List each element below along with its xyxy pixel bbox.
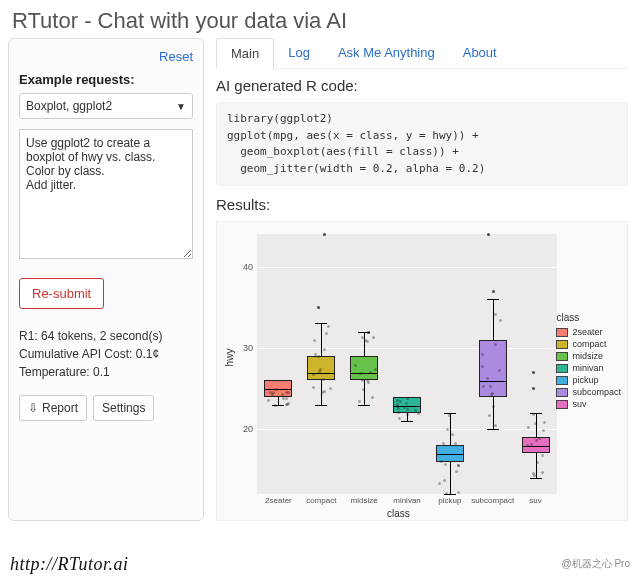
chevron-down-icon: ▼ bbox=[176, 101, 186, 112]
plot-area bbox=[257, 234, 557, 494]
settings-button[interactable]: Settings bbox=[93, 395, 154, 421]
legend-swatch bbox=[556, 376, 568, 385]
tab-bar: Main Log Ask Me Anything About bbox=[216, 38, 628, 69]
legend-label: minivan bbox=[572, 363, 603, 373]
download-icon: ⇩ bbox=[28, 401, 38, 415]
stats-cost: Cumulative API Cost: 0.1¢ bbox=[19, 345, 193, 363]
x-tick: minivan bbox=[393, 496, 421, 505]
x-tick: pickup bbox=[438, 496, 461, 505]
x-tick: subcompact bbox=[471, 496, 514, 505]
legend-item: 2seater bbox=[556, 327, 621, 337]
report-label: Report bbox=[42, 401, 78, 415]
legend-item: compact bbox=[556, 339, 621, 349]
y-tick: 30 bbox=[239, 343, 253, 353]
example-select[interactable]: Boxplot, ggplot2 ▼ bbox=[19, 93, 193, 119]
legend-swatch bbox=[556, 400, 568, 409]
report-button[interactable]: ⇩ Report bbox=[19, 395, 87, 421]
footer-url: http://RTutor.ai bbox=[10, 554, 129, 575]
legend-label: 2seater bbox=[572, 327, 602, 337]
main-panel: Main Log Ask Me Anything About AI genera… bbox=[212, 38, 632, 521]
stats-block: R1: 64 tokens, 2 second(s) Cumulative AP… bbox=[19, 327, 193, 381]
legend-label: compact bbox=[572, 339, 606, 349]
legend-item: midsize bbox=[556, 351, 621, 361]
tab-log[interactable]: Log bbox=[274, 38, 324, 68]
y-axis-label: hwy bbox=[224, 349, 235, 367]
legend-label: midsize bbox=[572, 351, 603, 361]
legend-swatch bbox=[556, 388, 568, 397]
x-tick: suv bbox=[529, 496, 541, 505]
sidebar: Reset Example requests: Boxplot, ggplot2… bbox=[8, 38, 204, 521]
page-title: RTutor - Chat with your data via AI bbox=[0, 0, 640, 38]
legend-title: class bbox=[556, 312, 621, 323]
tab-ama[interactable]: Ask Me Anything bbox=[324, 38, 449, 68]
resubmit-button[interactable]: Re-submit bbox=[19, 278, 104, 309]
legend-label: suv bbox=[572, 399, 586, 409]
request-textarea[interactable] bbox=[19, 129, 193, 259]
legend-item: pickup bbox=[556, 375, 621, 385]
x-tick: 2seater bbox=[265, 496, 292, 505]
results-plot: hwy class class 2seatercompactmidsizemin… bbox=[216, 221, 628, 521]
watermark: @机器之心 Pro bbox=[562, 557, 631, 571]
y-tick: 40 bbox=[239, 262, 253, 272]
legend-swatch bbox=[556, 340, 568, 349]
example-requests-label: Example requests: bbox=[19, 72, 193, 87]
legend: class 2seatercompactmidsizeminivanpickup… bbox=[556, 312, 621, 411]
legend-swatch bbox=[556, 328, 568, 337]
reset-link[interactable]: Reset bbox=[159, 49, 193, 64]
stats-tokens: R1: 64 tokens, 2 second(s) bbox=[19, 327, 193, 345]
legend-item: minivan bbox=[556, 363, 621, 373]
tab-main[interactable]: Main bbox=[216, 38, 274, 69]
stats-temperature: Temperature: 0.1 bbox=[19, 363, 193, 381]
x-axis-label: class bbox=[387, 508, 410, 519]
code-block: library(ggplot2) ggplot(mpg, aes(x = cla… bbox=[216, 102, 628, 186]
y-tick: 20 bbox=[239, 424, 253, 434]
legend-swatch bbox=[556, 364, 568, 373]
x-tick: midsize bbox=[351, 496, 378, 505]
tab-about[interactable]: About bbox=[449, 38, 511, 68]
legend-item: subcompact bbox=[556, 387, 621, 397]
legend-item: suv bbox=[556, 399, 621, 409]
example-select-value: Boxplot, ggplot2 bbox=[26, 99, 112, 113]
legend-swatch bbox=[556, 352, 568, 361]
legend-label: subcompact bbox=[572, 387, 621, 397]
legend-label: pickup bbox=[572, 375, 598, 385]
code-heading: AI generated R code: bbox=[216, 77, 628, 94]
results-heading: Results: bbox=[216, 196, 628, 213]
x-tick: compact bbox=[306, 496, 336, 505]
